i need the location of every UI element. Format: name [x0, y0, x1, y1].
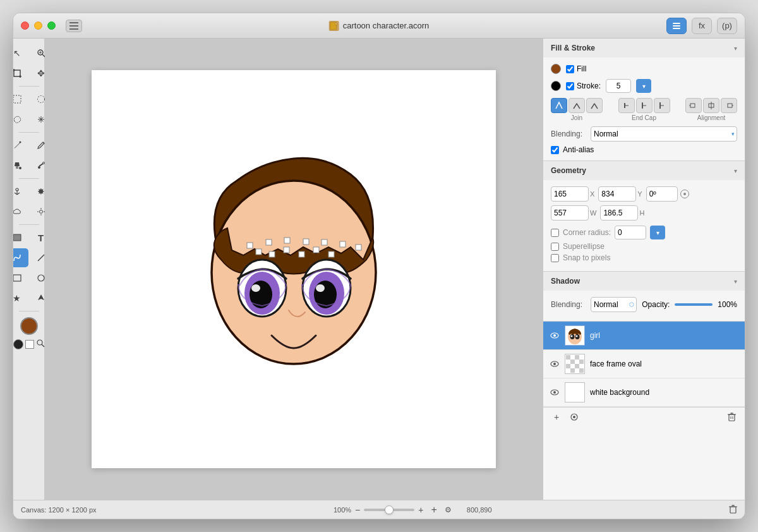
join-btn-2[interactable]: [568, 98, 585, 113]
layer-girl-visibility[interactable]: [550, 330, 560, 341]
endcap-btn-1[interactable]: [618, 98, 635, 113]
zoom-in-button[interactable]: +: [418, 505, 423, 515]
corner-radius-dropdown[interactable]: ▾: [650, 226, 665, 239]
close-button[interactable]: [21, 21, 29, 30]
opacity-value: 100%: [718, 300, 737, 309]
stroke-color-circle[interactable]: [551, 81, 561, 91]
antialias-checkbox[interactable]: [551, 146, 559, 154]
zoom-out-button[interactable]: −: [355, 505, 360, 515]
layer-bg-visibility[interactable]: [550, 387, 560, 397]
maximize-button[interactable]: [47, 21, 56, 30]
layer-white-bg[interactable]: white background: [543, 378, 745, 407]
svg-rect-62: [313, 247, 319, 253]
add-layer-button[interactable]: +: [550, 410, 563, 424]
sidebar-toggle-button[interactable]: [66, 20, 82, 32]
shadow-blending-select[interactable]: Normal Multiply: [591, 297, 637, 312]
anchor-tool[interactable]: [13, 182, 28, 201]
layer-girl[interactable]: girl: [543, 322, 745, 350]
svg-rect-92: [566, 360, 570, 364]
fill-stroke-header[interactable]: Fill & Stroke ▾: [543, 39, 745, 57]
stroke-checkbox-label[interactable]: Stroke:: [566, 82, 601, 90]
delete-layer-button[interactable]: [725, 410, 738, 424]
shadow-header[interactable]: Shadow ▾: [543, 272, 745, 291]
snap-to-pixels-row: Snap to pixels: [551, 253, 737, 262]
opacity-slider[interactable]: [675, 303, 713, 306]
stroke-width-input[interactable]: 5: [606, 79, 631, 93]
corner-radius-input[interactable]: [615, 226, 646, 239]
fill-checkbox[interactable]: [566, 65, 574, 73]
pointer-tool[interactable]: ↖: [13, 44, 28, 63]
endcap-label: End Cap: [632, 114, 656, 121]
marquee-rect-tool[interactable]: [13, 90, 28, 109]
svg-rect-66: [256, 249, 262, 255]
rect-outline-tool[interactable]: [13, 269, 28, 287]
canvas[interactable]: [92, 70, 496, 468]
zoom-slider[interactable]: [364, 509, 414, 511]
blending-select[interactable]: Normal Multiply Screen Overlay: [591, 126, 737, 142]
pen-tool[interactable]: [13, 136, 28, 155]
rect-shape-tool[interactable]: [13, 228, 28, 247]
align-btn-1[interactable]: [685, 98, 702, 113]
align-btn-2[interactable]: [703, 98, 719, 113]
snap-checkbox[interactable]: [551, 254, 559, 262]
join-btn-3[interactable]: [586, 98, 603, 113]
star-tool[interactable]: ★: [13, 289, 28, 308]
left-toolbar: ↖: [13, 39, 45, 500]
delete-status-button[interactable]: [729, 505, 737, 515]
cloud-tool[interactable]: [13, 202, 28, 221]
layer-face-thumb: [565, 354, 585, 374]
layer-face-visibility[interactable]: [550, 359, 560, 369]
geometry-title: Geometry: [551, 166, 586, 175]
h-input-wrap: H: [600, 205, 644, 221]
lasso-tool[interactable]: [13, 110, 28, 129]
align-btn-3[interactable]: [721, 98, 737, 113]
shadow-chevron: ▾: [734, 278, 737, 285]
background-color-swatch[interactable]: [13, 339, 23, 349]
fill-checkbox-label[interactable]: Fill: [566, 64, 586, 73]
p-button[interactable]: (p): [717, 18, 737, 34]
canvas-area[interactable]: [45, 39, 543, 500]
corner-radius-checkbox[interactable]: [551, 229, 559, 237]
rotation-dot[interactable]: [680, 190, 689, 198]
minimize-button[interactable]: [34, 21, 42, 30]
swap-colors-button[interactable]: [25, 340, 34, 349]
bezier-tool[interactable]: [13, 248, 28, 267]
join-btn-1[interactable]: [551, 98, 567, 113]
svg-line-9: [42, 54, 45, 57]
add-layer-status-button[interactable]: +: [431, 504, 436, 516]
foreground-color-swatch[interactable]: [18, 315, 40, 337]
crop-tool[interactable]: [13, 64, 28, 83]
svg-point-87: [553, 363, 556, 365]
fill-color-circle[interactable]: [551, 64, 561, 74]
svg-rect-108: [729, 414, 735, 421]
settings-status-button[interactable]: ⚙: [445, 505, 452, 514]
svg-point-107: [573, 416, 575, 418]
svg-line-31: [15, 193, 17, 195]
superellipse-checkbox[interactable]: [551, 243, 559, 251]
svg-rect-100: [566, 368, 570, 373]
separator-1: [19, 86, 39, 87]
join-buttons: [551, 98, 603, 113]
svg-line-44: [42, 344, 44, 347]
x-input[interactable]: [551, 186, 589, 202]
stroke-row: Stroke: 5 ▾: [551, 79, 737, 93]
tools-button[interactable]: [666, 18, 687, 34]
layer-face-frame[interactable]: face frame oval: [543, 350, 745, 378]
stroke-dropdown-button[interactable]: ▾: [636, 79, 651, 93]
geometry-header[interactable]: Geometry ▾: [543, 161, 745, 180]
paintbucket-tool[interactable]: [13, 156, 28, 175]
rotation-input[interactable]: [646, 186, 678, 202]
zoom-magnifier-icon[interactable]: [36, 339, 45, 349]
w-label: W: [590, 209, 596, 217]
svg-rect-0: [69, 22, 78, 23]
settings-button[interactable]: [567, 410, 581, 424]
y-input[interactable]: [598, 186, 636, 202]
layer-face-name: face frame oval: [590, 360, 738, 368]
stroke-checkbox[interactable]: [566, 82, 574, 90]
endcap-btn-3[interactable]: [654, 98, 670, 113]
h-input[interactable]: [600, 205, 638, 221]
fx-button[interactable]: fx: [692, 18, 712, 34]
endcap-btn-2[interactable]: [636, 98, 653, 113]
w-input[interactable]: [551, 205, 589, 221]
h-label: H: [639, 209, 644, 217]
